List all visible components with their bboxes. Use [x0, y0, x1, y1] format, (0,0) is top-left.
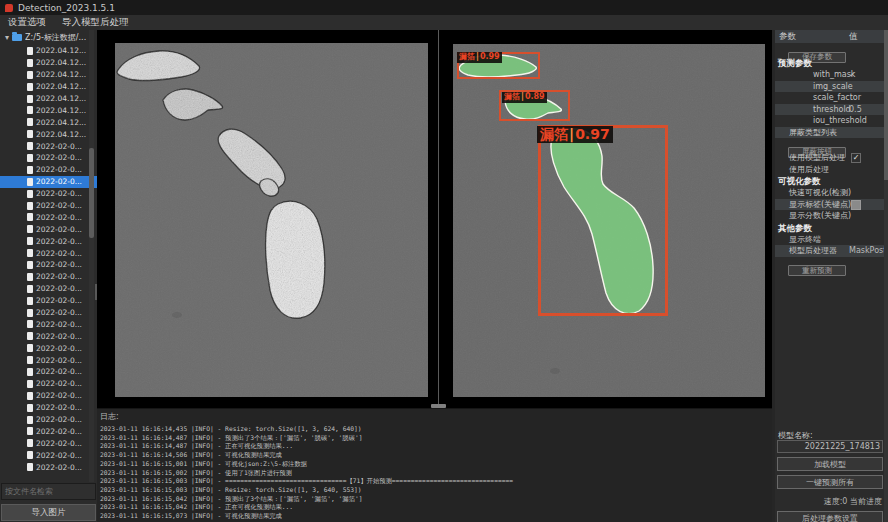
param-row[interactable]: 显示标签(关键点): [775, 199, 888, 211]
tree-item[interactable]: 2022-02-0...: [0, 330, 97, 342]
progress-status: 速度:0 当前进度: [777, 496, 882, 507]
file-icon: [27, 213, 33, 221]
tree-item[interactable]: 2022-02-0...: [0, 283, 97, 295]
file-icon: [27, 142, 33, 150]
param-row[interactable]: 使用后处理: [775, 164, 888, 176]
param-column-header: 参数: [779, 30, 796, 43]
predict-all-button[interactable]: 一键预测所有: [777, 475, 883, 489]
param-row[interactable]: 使用模型后处理✓: [775, 152, 888, 164]
tree-item[interactable]: 2022-02-0...: [0, 366, 97, 378]
tree-item[interactable]: 2022-02-0...: [0, 342, 97, 354]
load-model-button[interactable]: 加载模型: [777, 457, 883, 471]
tree-item[interactable]: 2022-02-0...: [0, 223, 97, 235]
tree-item[interactable]: 2022-02-0...: [0, 307, 97, 319]
checkbox[interactable]: ✓: [851, 153, 861, 163]
tree-item[interactable]: 2022-02-0...: [0, 211, 97, 223]
tree-item[interactable]: 2022-02-0...: [0, 414, 97, 426]
tree-item[interactable]: 2022.04.12...: [0, 57, 97, 69]
tree-item-label: 2022.04.12...: [36, 106, 86, 115]
file-icon: [27, 404, 33, 412]
tree-item[interactable]: 2022.04.12...: [0, 104, 97, 116]
file-icon: [27, 273, 33, 281]
tree-item[interactable]: 2022.04.12...: [0, 69, 97, 81]
tree-root-folder[interactable]: ▾ Z:/5-标注数据/...: [0, 30, 97, 45]
param-row[interactable]: 快速可视化(检测): [775, 187, 888, 199]
menu-item-import-postprocess[interactable]: 导入模型后处理: [62, 16, 129, 29]
file-icon: [27, 118, 33, 126]
re-predict-button[interactable]: 重新预测: [788, 265, 846, 276]
label-separator: |: [521, 93, 524, 102]
tree-item[interactable]: 2022-02-0...: [0, 318, 97, 330]
file-icon: [27, 154, 33, 162]
tree-item[interactable]: 2022-02-0...: [0, 164, 97, 176]
log-lines: 2023-01-11 16:16:14,435 |INFO| - Resize:…: [100, 425, 772, 521]
tree-item[interactable]: 2022-02-0...: [0, 176, 97, 188]
file-icon: [27, 451, 33, 459]
detection-score: 0.97: [575, 127, 610, 142]
file-icon: [27, 83, 33, 91]
tree-item-label: 2022-02-0...: [36, 415, 82, 424]
checkbox[interactable]: [851, 200, 861, 210]
param-row[interactable]: 屏蔽类型列表: [775, 127, 888, 139]
postprocess-settings-button[interactable]: 后处理参数设置: [777, 511, 883, 522]
tree-item[interactable]: 2022-02-0...: [0, 426, 97, 438]
log-line: 2023-01-11 16:16:15,073 |INFO| - 可视化预测结果…: [100, 512, 772, 521]
tree-item[interactable]: 2022-02-0...: [0, 152, 97, 164]
detection-score: 0.89: [525, 93, 545, 102]
panel-scrollbar-thumb[interactable]: [884, 30, 888, 180]
tree-item[interactable]: 2022-02-0...: [0, 140, 97, 152]
tree-item[interactable]: 2022-02-0...: [0, 461, 97, 473]
tree-item-label: 2022-02-0...: [36, 379, 82, 388]
file-tree-panel: ▾ Z:/5-标注数据/... 2022.04.12...2022.04.12.…: [0, 30, 97, 522]
param-row[interactable]: threshold0.5: [775, 104, 888, 116]
param-row[interactable]: img_scale: [775, 81, 888, 93]
tree-item[interactable]: 2022-02-0...: [0, 259, 97, 271]
detection-class: 漏箔: [540, 127, 568, 142]
tree-item[interactable]: 2022-02-0...: [0, 449, 97, 461]
tree-item-label: 2022.04.12...: [36, 118, 86, 127]
tree-item-label: 2022-02-0...: [36, 189, 82, 198]
label-separator: |: [569, 127, 574, 142]
file-tree-list: 2022.04.12...2022.04.12...2022.04.12...2…: [0, 45, 97, 473]
label-separator: |: [476, 53, 479, 62]
param-row[interactable]: iou_threshold: [775, 115, 888, 127]
tree-item[interactable]: 2022-02-0...: [0, 188, 97, 200]
tree-item[interactable]: 2022-02-0...: [0, 271, 97, 283]
tree-scrollbar-thumb[interactable]: [89, 148, 94, 238]
search-input[interactable]: [1, 483, 96, 500]
tree-item-label: 2022-02-0...: [36, 308, 82, 317]
param-row[interactable]: 显示分数(关键点): [775, 210, 888, 222]
tree-item[interactable]: 2022-02-0...: [0, 437, 97, 449]
tree-item[interactable]: 2022.04.12...: [0, 128, 97, 140]
tree-scrollbar-track[interactable]: [89, 30, 94, 482]
tree-item[interactable]: 2022-02-0...: [0, 235, 97, 247]
file-icon: [27, 95, 33, 103]
param-row[interactable]: 模型后处理器MaskPostPro: [775, 245, 888, 257]
viewport-divider[interactable]: [438, 30, 439, 408]
param-row[interactable]: 显示终端: [775, 234, 888, 246]
tree-item[interactable]: 2022.04.12...: [0, 81, 97, 93]
param-row[interactable]: with_mask✓: [775, 69, 888, 81]
tree-item[interactable]: 2022-02-0...: [0, 378, 97, 390]
detection-score: 0.99: [480, 53, 500, 62]
tree-item[interactable]: 2022-02-0...: [0, 354, 97, 366]
tree-item[interactable]: 2022-02-0...: [0, 295, 97, 307]
file-icon: [27, 225, 33, 233]
source-image: [115, 43, 428, 397]
file-icon: [27, 71, 33, 79]
tree-item[interactable]: 2022-02-0...: [0, 200, 97, 212]
param-button-row: 保存参数: [775, 43, 888, 57]
model-name-field[interactable]: 20221225_174813: [777, 440, 883, 453]
tree-item[interactable]: 2022-02-0...: [0, 390, 97, 402]
tree-item[interactable]: 2022-02-0...: [0, 402, 97, 414]
main-area: 漏箔|0.99 漏箔|0.89 漏箔|0.97 日志: 2023-01-11 1…: [97, 30, 772, 522]
detection-image: 漏箔|0.99 漏箔|0.89 漏箔|0.97: [453, 44, 765, 397]
tree-item[interactable]: 2022.04.12...: [0, 45, 97, 57]
import-images-button[interactable]: 导入图片: [1, 504, 96, 521]
param-row[interactable]: scale_factor: [775, 92, 888, 104]
tree-item[interactable]: 2022-02-0...: [0, 247, 97, 259]
tree-item[interactable]: 2022.04.12...: [0, 116, 97, 128]
tree-item-label: 2022-02-0...: [36, 356, 82, 365]
tree-item[interactable]: 2022.04.12...: [0, 93, 97, 105]
menu-item-settings[interactable]: 设置选项: [8, 16, 46, 29]
